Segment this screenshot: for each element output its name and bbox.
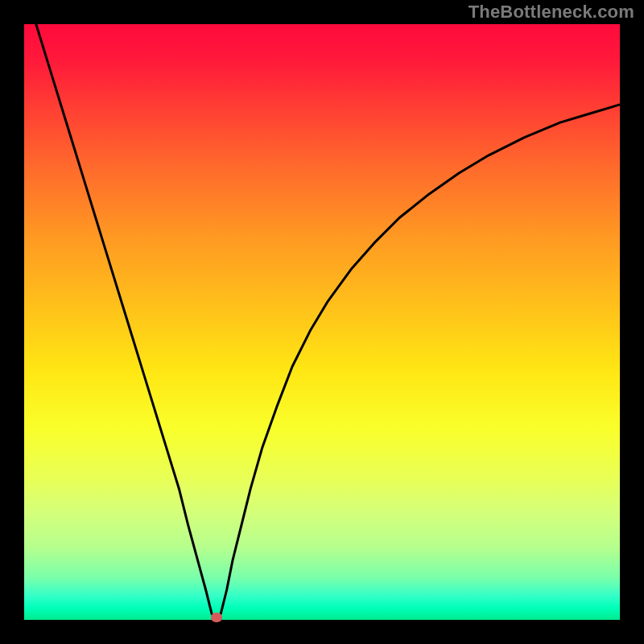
curve-right-branch bbox=[221, 105, 620, 614]
plot-area bbox=[24, 24, 620, 620]
minimum-marker bbox=[211, 613, 222, 622]
chart-frame: TheBottleneck.com bbox=[0, 0, 644, 644]
curve-left-branch bbox=[36, 24, 212, 614]
bottleneck-curve bbox=[24, 24, 620, 620]
watermark-text: TheBottleneck.com bbox=[469, 2, 634, 23]
